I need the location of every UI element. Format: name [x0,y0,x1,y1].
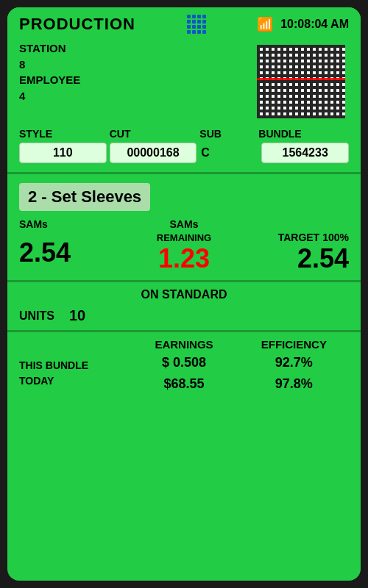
remaining-value: 1.23 [129,244,238,273]
field-labels-row: STYLE CUT SUB BUNDLE [7,125,361,141]
divider-3 [7,330,361,332]
bundle-earnings: $ 0.508 [162,354,206,372]
remaining-sublabel: REMAINING [129,232,238,244]
today-earnings: $68.55 [163,375,204,393]
target-label: TARGET [278,232,320,243]
sams-mid-col: REMAINING 1.23 [129,232,238,273]
qr-container [253,41,349,122]
efficiency-col-label: EFFICIENCY [239,338,349,351]
qr-scan-line [257,78,345,80]
this-bundle-label: THIS BUNDLE [19,358,129,373]
app-title: PRODUCTION [19,15,135,34]
sams-right-col: TARGET 100% 2.54 [239,232,349,274]
sams-values-row: 2.54 REMAINING 1.23 TARGET 100% 2.54 [19,232,349,274]
on-standard-label: ON STANDARD [141,288,227,301]
employee-label: EMPLOYEE [19,73,253,87]
employee-value: 4 [19,89,253,104]
earnings-header-row: EARNINGS EFFICIENCY [19,338,349,351]
field-values-row: 110 00000168 C 1564233 [7,141,361,169]
style-label: STYLE [19,128,110,140]
bundle-value: 1564233 [261,143,349,163]
wifi-icon: 📶 [257,16,273,32]
header-right: 📶 10:08:04 AM [257,16,349,32]
units-label: UNITS [19,309,54,323]
efficiency-values-col: 92.7% 97.8% [239,354,349,393]
operation-name: 2 - Set Sleeves [19,183,150,211]
device-frame: PRODUCTION 📶 10:08:04 AM STATION 8 EMPLO… [7,7,361,581]
info-section: STATION 8 EMPLOYEE 4 [7,38,361,125]
divider-1 [7,172,361,174]
units-value: 10 [69,307,85,324]
operation-section: 2 - Set Sleeves [7,177,361,215]
bundle-label: BUNDLE [258,128,349,140]
sub-label: SUB [199,128,258,140]
sams-section: SAMs SAMs 2.54 REMAINING 1.23 TARGET 100… [7,215,361,277]
row-labels: THIS BUNDLE TODAY [19,354,129,393]
target-label-row: TARGET 100% [278,232,349,243]
earnings-col-label: EARNINGS [129,338,238,351]
station-value: 8 [19,57,253,72]
sams-header-row: SAMs SAMs [19,218,349,232]
sub-value: C [199,146,258,159]
bundle-efficiency: 92.7% [275,354,313,372]
units-section: UNITS 10 [7,304,361,327]
qr-code [257,45,345,118]
earnings-section: EARNINGS EFFICIENCY THIS BUNDLE TODAY $ … [7,335,361,396]
today-efficiency: 97.8% [275,375,313,393]
earnings-values-area: THIS BUNDLE TODAY $ 0.508 $68.55 92.7% 9… [19,354,349,393]
on-standard-section: ON STANDARD [7,285,361,304]
clock: 10:08:04 AM [280,18,349,31]
station-label: STATION [19,41,253,56]
sams-value: 2.54 [19,238,129,268]
sams-remaining-header: SAMs [129,218,238,230]
sams-target-empty [239,218,349,230]
target-pct: 100% [322,232,349,243]
station-employee-info: STATION 8 EMPLOYEE 4 [19,41,253,122]
earnings-values-col: $ 0.508 $68.55 [129,354,238,393]
style-value: 110 [19,143,107,163]
cut-label: CUT [110,128,200,140]
divider-2 [7,280,361,282]
sams-left-col: 2.54 [19,238,129,268]
header: PRODUCTION 📶 10:08:04 AM [7,7,361,38]
cut-value: 00000168 [110,143,197,163]
dots-icon [187,15,206,34]
today-label: TODAY [19,373,129,389]
sams-label: SAMs [19,218,129,230]
target-value: 2.54 [297,243,349,274]
